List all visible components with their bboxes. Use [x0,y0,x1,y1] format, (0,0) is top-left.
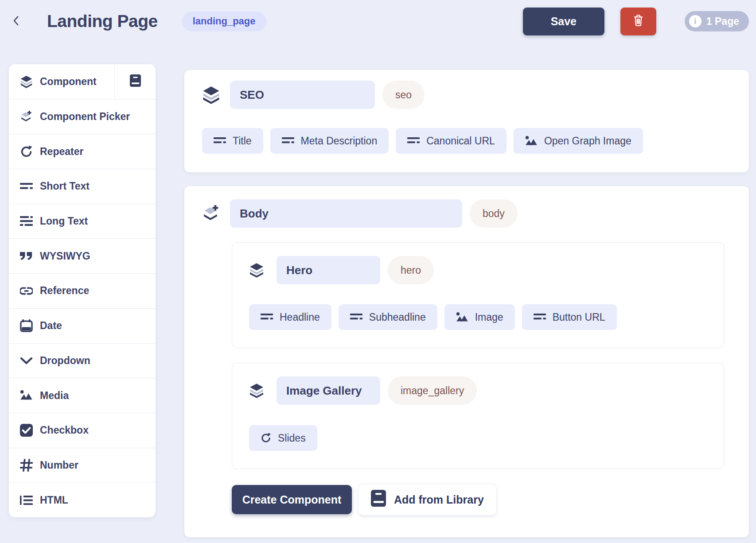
field-chip-label: Button URL [553,311,605,323]
sidebar-item-html[interactable]: HTML [9,482,156,517]
sidebar-item-label: Repeater [40,146,83,158]
component-header: seo [202,81,731,109]
media-icon [456,312,468,322]
media-icon [525,136,538,146]
pages-count-label: 1 Page [706,16,739,27]
sidebar-item-label: WYSIWYG [40,250,90,262]
chevron-left-icon [12,15,21,28]
layers-icon [202,86,220,104]
quote-icon [19,252,33,260]
field-chip-label: Meta Description [301,135,378,147]
sidebar-item-repeater[interactable]: Repeater [9,134,156,169]
book-icon [130,74,141,89]
field-chip-headline[interactable]: Headline [249,304,331,330]
sidebar-item-label: Component Picker [40,111,130,123]
field-chip-row: Title Meta Description Canonical URL Ope… [202,128,731,154]
sidebar-item-label: Date [40,320,62,332]
media-icon [19,390,33,400]
checkbox-icon [19,424,33,437]
create-component-button[interactable]: Create Component [232,485,352,514]
sidebar-item-checkbox[interactable]: Checkbox [9,413,156,448]
hash-icon [19,459,33,472]
sidebar-item-label: Reference [40,285,89,297]
field-chip-slides[interactable]: Slides [249,425,317,451]
delete-button[interactable] [620,8,656,35]
short-text-icon [534,314,546,320]
field-chip-canonical-url[interactable]: Canonical URL [396,128,507,154]
short-text-icon [261,314,273,320]
field-chip-meta-description[interactable]: Meta Description [270,128,389,154]
component-header: body [202,199,724,228]
field-chip-button-url[interactable]: Button URL [522,304,617,330]
layers-plus-icon [202,205,220,222]
component-library-button[interactable] [114,64,156,99]
long-text-icon [19,216,33,226]
sidebar-item-label: Long Text [40,215,88,227]
sidebar-item-label: Dropdown [40,355,90,367]
component-name-input[interactable] [230,81,375,109]
chevron-down-icon [19,357,33,365]
sidebar-item-short-text[interactable]: Short Text [9,169,156,204]
component-slug-tag: hero [388,256,434,284]
sidebar-item-label: Number [40,459,78,471]
layers-icon [249,263,264,278]
field-chip-row: Slides [249,425,707,451]
field-chip-label: Open Graph Image [544,135,631,147]
field-chip-label: Title [233,135,252,147]
sidebar-item-component[interactable]: Component [9,64,156,99]
sidebar-item-wysiwyg[interactable]: WYSIWYG [9,238,156,273]
sidebar-item-reference[interactable]: Reference [9,273,156,308]
field-chip-image[interactable]: Image [444,304,515,330]
sidebar-item-media[interactable]: Media [9,378,156,413]
field-chip-row: Headline Subheadline Image Button U [249,304,707,330]
field-chip-title[interactable]: Title [202,128,263,154]
sidebar-item-label: Media [40,390,69,402]
sidebar-item-dropdown[interactable]: Dropdown [9,343,156,378]
link-icon [19,287,33,295]
page-slug-badge: landing_page [182,12,267,31]
component-slug-tag: body [470,199,518,228]
sidebar-item-component-picker[interactable]: Component Picker [9,99,156,134]
sidebar-item-label: HTML [40,494,68,506]
component-name-input[interactable] [230,199,462,228]
back-button[interactable] [12,12,29,31]
schema-editor-page: Landing Page landing_page Save i 1 Page … [0,0,756,543]
add-from-library-button[interactable]: Add from Library [359,484,496,515]
component-name-input[interactable] [277,376,380,405]
short-text-icon [407,137,420,144]
field-chip-subheadline[interactable]: Subheadline [339,304,437,330]
short-text-icon [350,314,362,320]
header: Landing Page landing_page Save i 1 Page [0,0,756,43]
sidebar-item-number[interactable]: Number [9,448,156,483]
sidebar-item-component-main[interactable]: Component [9,64,114,99]
layers-plus-icon [19,111,33,123]
sidebar-item-label: Checkbox [40,424,89,436]
field-chip-label: Subheadline [369,311,426,323]
component-slug-tag: seo [382,81,425,109]
info-icon: i [689,15,701,27]
content-area: Component Component Picker Repeate [0,43,756,537]
save-button[interactable]: Save [523,8,604,35]
field-chip-label: Headline [280,311,320,323]
short-text-icon [19,183,33,190]
field-chip-label: Image [475,311,503,323]
book-icon [371,490,386,509]
component-header: hero [249,256,707,284]
sidebar-item-label: Short Text [40,180,90,192]
field-type-sidebar: Component Component Picker Repeate [9,64,156,517]
short-text-icon [214,137,226,144]
short-text-icon [282,137,294,144]
component-picker-card-body: body hero Headline [184,186,749,537]
component-slug-tag: image_gallery [388,376,477,405]
nested-component-card-hero: hero Headline Subheadline [232,242,724,348]
calendar-icon [19,319,33,332]
sidebar-item-long-text[interactable]: Long Text [9,204,156,239]
trash-icon [632,14,644,28]
component-card-seo: seo Title Meta Description Canonical URL [184,70,749,172]
field-chip-open-graph-image[interactable]: Open Graph Image [514,128,643,154]
pages-count-badge[interactable]: i 1 Page [685,11,749,31]
list-icon [19,496,33,505]
add-from-library-label: Add from Library [394,493,484,506]
sidebar-item-date[interactable]: Date [9,308,156,343]
component-name-input[interactable] [277,256,380,284]
